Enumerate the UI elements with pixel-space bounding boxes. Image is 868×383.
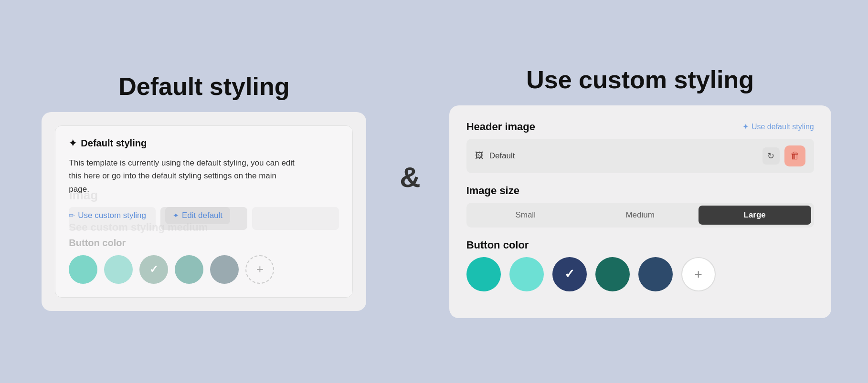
edit-default-label: Edit default (182, 211, 222, 220)
swatch-gray-teal[interactable] (210, 255, 239, 284)
button-color-label-right: Button color (466, 239, 814, 251)
sparkle-edit-icon: ✦ (173, 211, 179, 220)
swatch-teal[interactable] (69, 255, 97, 284)
use-default-styling-link[interactable]: ✦ Use default styling (742, 122, 814, 131)
swatch-right-dark-teal[interactable] (595, 257, 630, 291)
left-title: Default styling (118, 72, 289, 101)
use-custom-styling-link[interactable]: ✏ Use custom styling (69, 211, 146, 220)
swatch-right-teal[interactable] (466, 257, 501, 291)
use-custom-styling-label: Use custom styling (78, 211, 146, 220)
main-container: Default styling Imag See custom styling … (0, 0, 868, 383)
delete-button[interactable]: 🗑 (784, 145, 805, 166)
right-section: Use custom styling Header image ✦ Use de… (445, 65, 836, 318)
size-medium[interactable]: Medium (584, 206, 697, 225)
swatch-mid-teal[interactable] (175, 255, 203, 284)
refresh-button[interactable]: ↻ (762, 147, 780, 165)
swatch-right-add[interactable]: + (681, 257, 716, 291)
card-header-text: Default styling (81, 138, 147, 149)
pencil-icon: ✏ (69, 211, 75, 220)
sparkle-default-icon: ✦ (742, 122, 749, 131)
swatch-selected[interactable] (139, 255, 168, 284)
swatch-light-teal[interactable] (104, 255, 133, 284)
image-size-section: Image size Small Medium Large (466, 185, 814, 228)
size-large[interactable]: Large (699, 206, 811, 225)
card-actions: ✏ Use custom styling ✦ Edit default (69, 207, 339, 224)
color-swatches-left (69, 255, 339, 284)
button-color-section: Button color (69, 238, 339, 284)
card-body-text: This template is currently using the def… (69, 156, 298, 196)
swatch-right-selected[interactable]: ✓ (552, 257, 587, 291)
card-inner: Imag See custom styling medium ✦ Default… (55, 125, 353, 298)
swatch-add[interactable] (245, 255, 274, 284)
swatch-right-navy[interactable] (638, 257, 673, 291)
ampersand: & (400, 161, 420, 194)
header-image-section: Header image ✦ Use default styling 🖼 Def… (466, 121, 814, 173)
sparkle-icon: ✦ (69, 137, 77, 149)
image-size-label: Image size (466, 185, 814, 197)
image-icon: 🖼 (475, 151, 484, 161)
default-card: Imag See custom styling medium ✦ Default… (42, 112, 366, 311)
edit-default-link[interactable]: ✦ Edit default (165, 207, 230, 224)
header-image-label: Header image (466, 121, 535, 133)
button-color-label: Button color (69, 238, 339, 248)
size-selector: Small Medium Large (466, 203, 814, 228)
button-color-section-right: Button color ✓ + (466, 239, 814, 291)
image-field-right: ↻ 🗑 (762, 145, 805, 166)
color-swatches-right: ✓ + (466, 257, 814, 291)
use-default-text: Use default styling (752, 123, 814, 131)
swatch-right-light-teal[interactable] (509, 257, 544, 291)
plus-mark: + (694, 267, 702, 282)
right-title: Use custom styling (526, 65, 754, 94)
image-field: 🖼 Default ↻ 🗑 (466, 139, 814, 173)
image-field-left: 🖼 Default (475, 151, 515, 161)
image-field-label: Default (489, 151, 515, 161)
left-section: Default styling Imag See custom styling … (32, 72, 376, 311)
size-small[interactable]: Small (469, 206, 582, 225)
right-card: Header image ✦ Use default styling 🖼 Def… (449, 105, 831, 318)
check-mark: ✓ (564, 267, 575, 281)
card-header: ✦ Default styling (69, 137, 339, 149)
header-image-row-header: Header image ✦ Use default styling (466, 121, 814, 133)
